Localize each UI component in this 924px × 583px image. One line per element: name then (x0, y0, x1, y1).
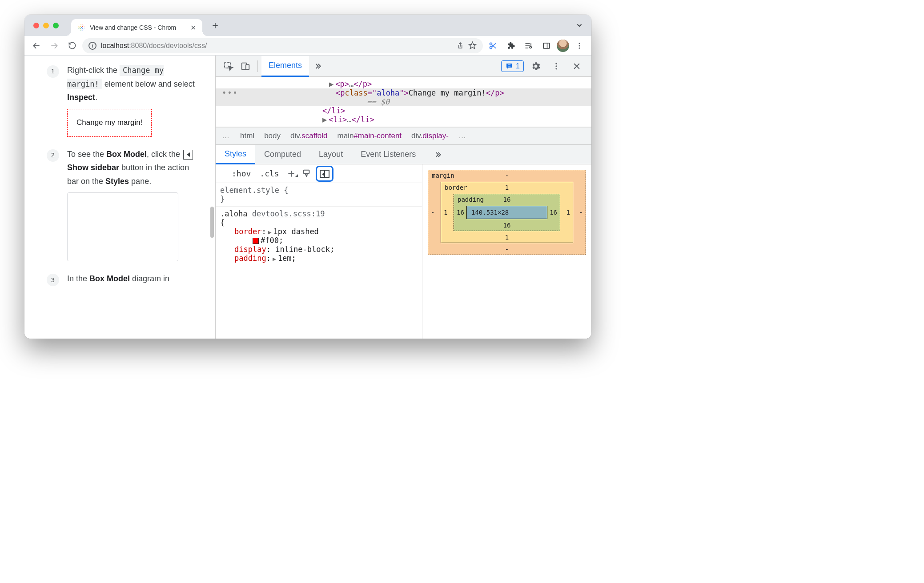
bookmark-star-icon[interactable] (468, 41, 477, 50)
bm-content[interactable]: 140.531×28 (466, 206, 547, 219)
content-area: 1 Right-click the Change my margin! elem… (24, 56, 591, 339)
dom-tree[interactable]: ▶<p>…</p> ••• <p class="aloha">Change my… (216, 77, 591, 127)
crumb-div-display[interactable]: div.display- (411, 132, 449, 140)
dom-line[interactable]: ▶<p>…</p> (216, 80, 591, 88)
prop-display[interactable]: display: inline-block; (220, 245, 418, 254)
dom-line-selected[interactable]: ••• <p class="aloha">Change my margin!</… (216, 88, 591, 97)
new-tab-button[interactable]: ＋ (210, 19, 220, 32)
more-panes-chevron-icon[interactable] (429, 146, 446, 163)
line-actions-icon[interactable]: ••• (222, 88, 238, 97)
step-badge: 3 (47, 274, 59, 286)
crumb-more-left[interactable]: … (222, 132, 230, 140)
chrome-favicon-icon (77, 24, 85, 32)
svg-point-15 (579, 47, 580, 48)
cls-toggle[interactable]: .cls (255, 169, 283, 178)
crumb-div-scaffold[interactable]: div.scaffold (290, 132, 328, 140)
breadcrumb[interactable]: … html body div.scaffold main#main-conte… (216, 127, 591, 145)
box-model-diagram[interactable]: margin - - - - border 1 1 1 1 padding (422, 164, 591, 339)
step-2: 2 To see the Box Model, click the Show s… (47, 148, 203, 262)
crumb-main[interactable]: main#main-content (337, 132, 402, 140)
devtools-tabbar: Elements 1 (216, 56, 591, 77)
tab-elements[interactable]: Elements (261, 56, 309, 77)
scissors-extension-icon[interactable] (486, 38, 501, 53)
prop-padding[interactable]: padding:▶1em; (220, 254, 418, 263)
inspect-element-icon[interactable] (220, 58, 237, 75)
side-panel-icon[interactable] (539, 38, 554, 53)
pane-event-listeners[interactable]: Event Listeners (352, 145, 425, 164)
share-icon[interactable] (456, 42, 464, 49)
bm-padding[interactable]: padding 16 16 16 16 140.531×28 (454, 194, 560, 231)
step-1: 1 Right-click the Change my margin! elem… (47, 64, 203, 137)
svg-rect-19 (508, 64, 510, 65)
svg-rect-11 (543, 43, 550, 48)
step-body: Right-click the Change my margin! elemen… (67, 64, 203, 137)
extensions-icon[interactable] (503, 38, 518, 53)
back-button[interactable] (29, 38, 44, 53)
styles-toolbar: :hov .cls (216, 164, 422, 183)
svg-rect-20 (508, 66, 510, 66)
issues-button[interactable]: 1 (501, 60, 524, 72)
show-sidebar-glyph-icon (183, 150, 193, 160)
browser-window: View and change CSS - Chrom ✕ ＋ i localh… (24, 15, 591, 339)
more-tabs-chevron-icon[interactable] (309, 58, 326, 75)
dom-line[interactable]: ▶<li>…</li> (216, 115, 591, 124)
dom-line-eq0: == $0 (216, 97, 591, 106)
rule-element-style[interactable]: element.style { } (216, 183, 422, 207)
crumb-html[interactable]: html (240, 132, 254, 140)
settings-gear-icon[interactable] (527, 58, 544, 75)
dom-line[interactable]: </li> (216, 106, 591, 115)
minimize-window-button[interactable] (43, 23, 49, 28)
pane-layout[interactable]: Layout (310, 145, 352, 164)
demo-change-my-margin[interactable]: Change my margin! (67, 109, 152, 137)
show-sidebar-button[interactable] (316, 166, 333, 182)
crumb-body[interactable]: body (264, 132, 281, 140)
new-style-rule-button[interactable] (284, 169, 299, 178)
filter-input[interactable] (216, 167, 227, 181)
tab-list-chevron-icon[interactable] (575, 21, 583, 29)
separator (257, 60, 258, 72)
scrollbar-thumb[interactable] (210, 207, 214, 238)
show-sidebar-icon (320, 170, 329, 178)
crumb-more-right[interactable]: … (458, 132, 467, 140)
styles-lower: :hov .cls element.style { } .aloha_devto… (216, 164, 591, 339)
svg-point-21 (555, 63, 557, 64)
nav-toolbar: i localhost:8080/docs/devtools/css/ (24, 36, 591, 56)
pane-styles[interactable]: Styles (216, 145, 255, 164)
bm-border[interactable]: border 1 1 1 1 padding 16 16 16 16 (441, 182, 573, 243)
color-swatch-icon[interactable] (253, 238, 259, 244)
svg-point-14 (579, 45, 580, 46)
paint-brush-icon[interactable] (299, 169, 314, 179)
pane-computed[interactable]: Computed (255, 145, 310, 164)
prop-border[interactable]: border:▶1px dashed #f00; (220, 227, 418, 245)
url-text: localhost:8080/docs/devtools/css/ (101, 42, 207, 50)
browser-tab[interactable]: View and change CSS - Chrom ✕ (71, 19, 202, 36)
profile-avatar[interactable] (557, 40, 569, 52)
maximize-window-button[interactable] (53, 23, 59, 28)
rule-aloha[interactable]: .aloha_devtools.scss:19 { border:▶1px da… (216, 207, 422, 265)
close-tab-icon[interactable]: ✕ (190, 24, 196, 32)
svg-rect-28 (303, 170, 309, 173)
device-toggle-icon[interactable] (237, 58, 254, 75)
bm-margin[interactable]: margin - - - - border 1 1 1 1 padding (428, 170, 586, 255)
tab-strip: View and change CSS - Chrom ✕ ＋ (24, 15, 591, 36)
step-badge: 1 (47, 65, 59, 78)
devtools-panel: Elements 1 ▶<p>…</p> ••• <p class="aloha… (216, 56, 591, 339)
site-info-icon[interactable]: i (88, 42, 96, 50)
styles-panel: :hov .cls element.style { } .aloha_devto… (216, 164, 422, 339)
forward-button[interactable] (47, 38, 62, 53)
devtools-kebab-icon[interactable] (548, 58, 565, 75)
kebab-menu-icon[interactable] (572, 38, 587, 53)
window-controls (24, 23, 71, 28)
svg-point-13 (579, 43, 580, 44)
svg-point-22 (555, 65, 557, 67)
hov-toggle[interactable]: :hov (227, 169, 255, 178)
styles-pane-tabs: Styles Computed Layout Event Listeners (216, 145, 591, 164)
address-bar[interactable]: i localhost:8080/docs/devtools/css/ (82, 38, 483, 53)
playlist-extension-icon[interactable] (521, 38, 536, 53)
close-window-button[interactable] (33, 23, 39, 28)
devtools-close-icon[interactable] (568, 58, 585, 75)
docs-page: 1 Right-click the Change my margin! elem… (24, 56, 216, 339)
rule-source-link[interactable]: _devtools.scss:19 (247, 209, 325, 218)
reload-button[interactable] (64, 38, 80, 53)
step-3: 3 In the Box Model diagram in (47, 272, 203, 286)
